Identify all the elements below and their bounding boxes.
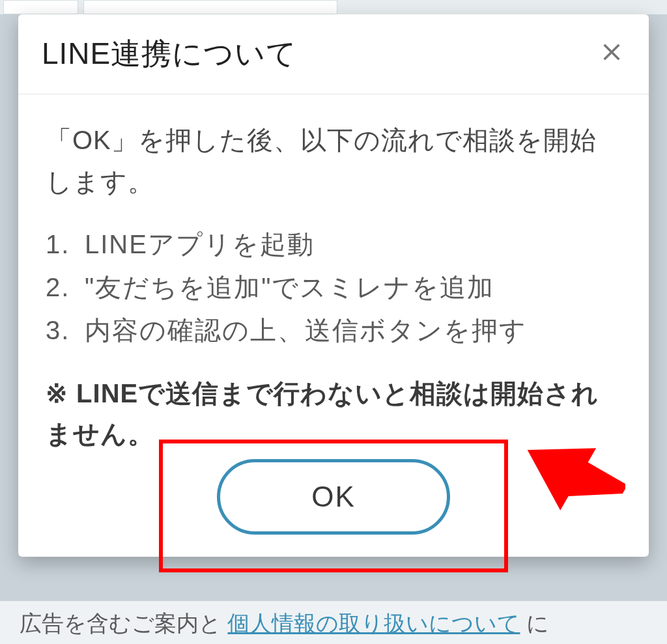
annotation-arrow: [520, 430, 625, 533]
annotation-highlight-box: [159, 440, 508, 572]
modal-title: LINE連携について: [42, 34, 297, 74]
steps-list: 1.LINEアプリを起動 2."友だちを追加"でスミレナを追加 3.内容の確認の…: [46, 223, 621, 351]
line-integration-modal: LINE連携について 「OK」を押した後、以下の流れで相談を開始します。 1.L…: [18, 14, 649, 557]
list-item: 2."友だちを追加"でスミレナを追加: [46, 266, 621, 308]
backdrop-footer-text: 広告を含むご案内と 個人情報の取り扱いについて に: [0, 601, 667, 644]
step-text: 内容の確認の上、送信ボタンを押す: [85, 316, 527, 344]
backdrop-top-strip: [0, 0, 667, 14]
modal-body: 「OK」を押した後、以下の流れで相談を開始します。 1.LINEアプリを起動 2…: [18, 94, 649, 541]
privacy-link[interactable]: 個人情報の取り扱いについて: [227, 611, 520, 636]
footer-text-right: に: [526, 611, 549, 636]
arrow-icon: [520, 430, 625, 522]
footer-text-left: 広告を含むご案内と: [20, 611, 221, 636]
close-icon: [601, 41, 623, 63]
step-number: 3.: [46, 309, 85, 351]
step-number: 2.: [46, 266, 85, 308]
list-item: 3.内容の確認の上、送信ボタンを押す: [46, 309, 621, 351]
modal-header: LINE連携について: [18, 14, 649, 94]
button-area: OK: [46, 459, 621, 535]
intro-text: 「OK」を押した後、以下の流れで相談を開始します。: [46, 119, 621, 203]
step-number: 1.: [46, 223, 85, 265]
list-item: 1.LINEアプリを起動: [46, 223, 621, 265]
close-button[interactable]: [598, 38, 625, 70]
svg-marker-0: [520, 430, 625, 522]
app-backdrop: LINE連携について 「OK」を押した後、以下の流れで相談を開始します。 1.L…: [0, 0, 667, 644]
step-text: "友だちを追加"でスミレナを追加: [85, 273, 494, 301]
step-text: LINEアプリを起動: [85, 230, 315, 259]
